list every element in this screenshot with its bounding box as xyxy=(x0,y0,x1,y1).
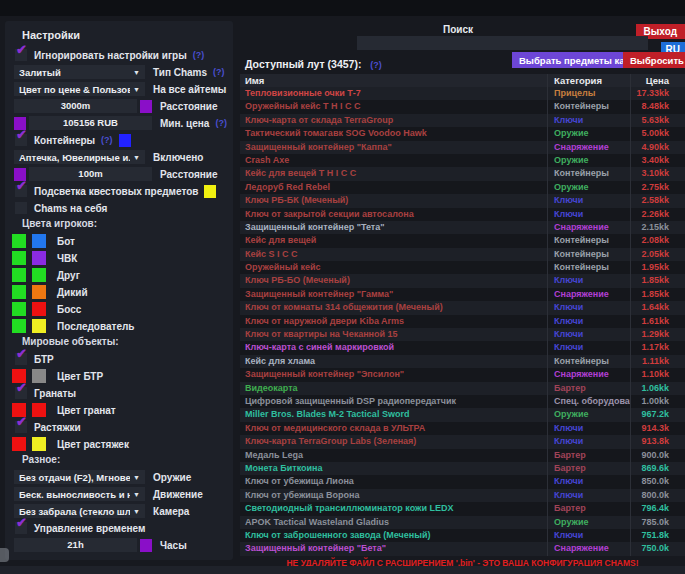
item-name: Светодиодный трансиллюминатор кожи LEDX xyxy=(240,502,547,515)
color-swatch[interactable] xyxy=(12,268,26,282)
loot-row[interactable]: Оружейный кейсКонтейнеры1.95kk xyxy=(240,261,685,274)
checkbox[interactable]: ✔ xyxy=(15,134,27,146)
color-swatch[interactable] xyxy=(32,369,46,383)
dropdown[interactable]: Без отдачи (F2), Мгновенное п▼ xyxy=(14,470,145,484)
dropdown[interactable]: Аптечка, Ювелирные и...▼ xyxy=(14,150,145,164)
loot-row[interactable]: Ледоруб Red RebelОружие2.75kk xyxy=(240,181,685,194)
loot-row[interactable]: Защищенный контейнер "Гамма"Снаряжение1.… xyxy=(240,288,685,301)
color-swatch[interactable] xyxy=(32,268,46,282)
color-pair-row: Босс xyxy=(12,302,233,316)
loot-row[interactable]: Защищенный контейнер "Бета"Снаряжение750… xyxy=(240,542,685,555)
column-header-category[interactable]: Категория xyxy=(547,74,630,87)
dropdown[interactable]: Без забрала (стекло шлема)▼ xyxy=(14,504,145,518)
checkbox[interactable]: ✔ xyxy=(15,353,27,365)
item-name: Монета Биткоина xyxy=(240,462,547,475)
checkbox[interactable]: ✔ xyxy=(15,522,27,534)
loot-row[interactable]: Ключ от закрытой секции автосалонаКлючи2… xyxy=(240,208,685,221)
color-swatch[interactable] xyxy=(32,285,46,299)
loot-row[interactable]: Ключ от убежища ВоронаКлючи800.0k xyxy=(240,489,685,502)
checkbox[interactable]: ✔ xyxy=(15,185,27,197)
color-swatch[interactable] xyxy=(204,185,216,198)
color-swatch[interactable] xyxy=(140,100,152,113)
help-icon[interactable]: (?) xyxy=(215,118,227,128)
loot-row[interactable]: Miller Bros. Blades M-2 Tactical SwordОр… xyxy=(240,408,685,421)
loot-row[interactable]: Защищенный контейнер "Эпсилон"Снаряжение… xyxy=(240,368,685,381)
color-pair-label: Друг xyxy=(57,270,80,281)
value-input[interactable]: 21h xyxy=(14,538,137,552)
loot-row[interactable]: Светодиодный трансиллюминатор кожи LEDXБ… xyxy=(240,502,685,515)
dropdown-value: Беск. выносливость и нет уста xyxy=(19,489,130,500)
color-swatch[interactable] xyxy=(12,437,26,451)
loot-row[interactable]: Ключ-карта TerraGroup Labs (Зеленая)Ключ… xyxy=(240,435,685,448)
item-category: Контейнеры xyxy=(547,248,630,261)
loot-row[interactable]: Оружейный кейс T H I C CКонтейнеры8.48kk xyxy=(240,100,685,113)
loot-row[interactable]: Ключ РБ-БО (Меченый)Ключи1.85kk xyxy=(240,274,685,287)
chevron-down-icon: ▼ xyxy=(133,86,140,93)
loot-row[interactable]: Ключ-карта от склада TerraGroupКлючи5.63… xyxy=(240,114,685,127)
color-swatch[interactable] xyxy=(32,251,46,265)
help-icon[interactable]: (?) xyxy=(101,135,113,145)
help-icon[interactable]: (?) xyxy=(193,50,205,60)
item-category: Бартер xyxy=(547,462,630,475)
help-icon[interactable]: (?) xyxy=(370,60,382,70)
color-swatch[interactable] xyxy=(12,302,26,316)
help-icon[interactable]: (?) xyxy=(213,67,225,77)
checkbox[interactable] xyxy=(15,202,27,214)
color-swatch[interactable] xyxy=(12,319,26,333)
item-price: 1.29kk xyxy=(630,328,685,341)
loot-row[interactable]: Медаль LegaБартер900.0k xyxy=(240,449,685,462)
color-swatch[interactable] xyxy=(12,234,26,248)
item-name: Видеокарта xyxy=(240,382,547,395)
loot-row[interactable]: Ключ-карта с синей маркировкойКлючи1.17k… xyxy=(240,341,685,354)
checkbox[interactable]: ✔ xyxy=(15,387,27,399)
loot-row[interactable]: Цифровой защищенный DSP радиопередатчикС… xyxy=(240,395,685,408)
column-header-price[interactable]: Цена xyxy=(630,74,685,87)
loot-row[interactable]: Crash AxeОружие3.40kk xyxy=(240,154,685,167)
item-name: Кейс для вещей xyxy=(240,234,547,247)
color-swatch[interactable] xyxy=(32,319,46,333)
color-swatch[interactable] xyxy=(12,251,26,265)
dropdown[interactable]: Залитый▼ xyxy=(14,65,145,79)
color-swatch[interactable] xyxy=(119,134,131,147)
loot-row[interactable]: Тепловизионные очки Т-7Прицелы17.33kk xyxy=(240,87,685,100)
color-swatch[interactable] xyxy=(32,437,46,451)
item-price: 5.00kk xyxy=(630,127,685,140)
loot-row[interactable]: Ключ от медицинского склада в УЛЬТРАКлюч… xyxy=(240,422,685,435)
drop-all-button[interactable]: Выбросить все xyxy=(623,52,685,68)
loot-row[interactable]: Ключ от убежища ЛионаКлючи850.0k xyxy=(240,475,685,488)
item-price: 5.63kk xyxy=(630,114,685,127)
loot-row[interactable]: Ключ от комнаты 314 общежития (Меченый)К… xyxy=(240,301,685,314)
color-swatch[interactable] xyxy=(32,234,46,248)
checkbox[interactable]: ✔ xyxy=(15,49,27,61)
loot-row[interactable]: Ключ от квартиры на Чеканной 15Ключи1.29… xyxy=(240,328,685,341)
item-name: Медаль Lega xyxy=(240,449,547,462)
loot-row[interactable]: ВидеокартаБартер1.06kk xyxy=(240,382,685,395)
loot-row[interactable]: APOK Tactical Wasteland GladiusОружие785… xyxy=(240,516,685,529)
value-input[interactable]: 105156 RUB xyxy=(29,116,152,130)
dropdown[interactable]: Беск. выносливость и нет уста▼ xyxy=(14,487,145,501)
search-input[interactable] xyxy=(357,36,648,50)
color-swatch[interactable] xyxy=(12,285,26,299)
loot-row[interactable]: Кейс для хламаКонтейнеры1.11kk xyxy=(240,355,685,368)
dropdown[interactable]: Цвет по цене & Пользователь▼ xyxy=(14,82,145,96)
loot-row[interactable]: Защищенный контейнер "Каппа"Снаряжение4.… xyxy=(240,141,685,154)
color-swatch[interactable] xyxy=(32,302,46,316)
loot-row[interactable]: Ключ от наружной двери Kiba ArmsКлючи1.6… xyxy=(240,315,685,328)
color-swatch[interactable] xyxy=(32,403,46,417)
checkbox[interactable]: ✔ xyxy=(15,421,27,433)
loot-row[interactable]: Тактический томагавк SOG Voodoo HawkОруж… xyxy=(240,127,685,140)
input-row: 105156 RUBМин. цена(?) xyxy=(14,116,233,130)
color-swatch[interactable] xyxy=(140,539,152,552)
check-row: ✔Растяжки xyxy=(15,420,233,434)
loot-row[interactable]: Кейс для вещейКонтейнеры2.08kk xyxy=(240,234,685,247)
loot-row[interactable]: Ключ от заброшенного завода (Меченый)Клю… xyxy=(240,529,685,542)
loot-row[interactable]: Ключ РБ-БК (Меченый)Ключи2.58kk xyxy=(240,194,685,207)
value-input[interactable]: 3000m xyxy=(14,99,137,113)
column-header-name[interactable]: Имя xyxy=(240,74,547,87)
value-input[interactable]: 100m xyxy=(29,167,152,181)
loot-row[interactable]: Монета БиткоинаБартер869.6k xyxy=(240,462,685,475)
loot-row[interactable]: Кейс для вещей T H I C CКонтейнеры3.10kk xyxy=(240,167,685,180)
loot-row[interactable]: Кейс S I C CКонтейнеры2.05kk xyxy=(240,248,685,261)
item-name: Кейс S I C C xyxy=(240,248,547,261)
loot-row[interactable]: Защищенный контейнер "Тета"Снаряжение2.1… xyxy=(240,221,685,234)
